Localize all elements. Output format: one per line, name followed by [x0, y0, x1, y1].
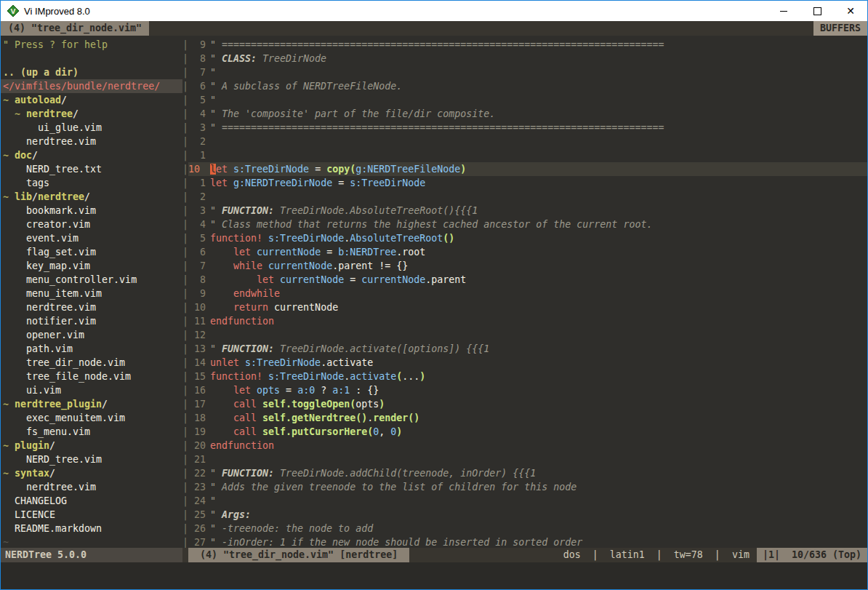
separator-bar: | [182, 522, 188, 535]
status-line: NERDTree 5.0.0 (4) "tree_dir_node.vim" [… [1, 548, 867, 562]
close-button[interactable]: ✕ [834, 1, 867, 21]
tree-item-10[interactable]: NERD_tree.txt [1, 162, 182, 176]
editor-line-32[interactable]: 22" FUNCTION: TreeDirNode.addChild(treen… [188, 466, 867, 480]
token [251, 247, 257, 258]
tree-item-9[interactable]: ~ doc/ [1, 148, 182, 162]
token: exec_menuitem.vim [26, 412, 125, 423]
editor-line-34[interactable]: 24" [188, 494, 867, 508]
editor-line-37[interactable]: 27" -inOrder: 1 if the new node should b… [188, 535, 867, 548]
tree-item-32[interactable]: ~ syntax/ [1, 466, 182, 480]
tree-item-26[interactable]: ui.vim [1, 383, 182, 397]
line-number: 25 [188, 508, 206, 522]
editor-line-4[interactable]: 6" A subclass of NERDTreeFileNode. [188, 79, 867, 93]
editor-line-7[interactable]: 3" =====================================… [188, 121, 867, 135]
token: .root [396, 247, 425, 258]
editor-line-20[interactable]: 10 return currentNode [188, 300, 867, 314]
token: event.vim [26, 233, 79, 244]
editor-line-9[interactable]: 1 [188, 148, 867, 162]
editor-line-15[interactable]: 5function! s:TreeDirNode.AbsoluteTreeRoo… [188, 231, 867, 245]
nerdtree-panel[interactable]: " Press ? for help.. (up a dir)</vimfile… [1, 36, 182, 548]
editor-line-21[interactable]: 11endfunction [188, 314, 867, 328]
editor-line-8[interactable]: 2 [188, 135, 867, 148]
editor-line-30[interactable]: 20endfunction [188, 439, 867, 453]
maximize-button[interactable] [800, 1, 834, 21]
tree-item-37[interactable]: ~ [1, 535, 182, 548]
token [239, 357, 245, 368]
token: ) [379, 399, 385, 410]
editor-line-22[interactable]: 12 [188, 328, 867, 342]
command-line[interactable] [1, 562, 867, 589]
tree-item-24[interactable]: tree_dir_node.vim [1, 356, 182, 370]
editor-line-26[interactable]: 16 let opts = a:0 ? a:1 : {} [188, 383, 867, 397]
tree-item-14[interactable]: creator.vim [1, 218, 182, 231]
tree-item-1[interactable]: " Press ? for help [1, 38, 182, 52]
window-separator[interactable]: ||||||||||||||||||||||||||||||||||||| [182, 36, 188, 548]
editor-line-27[interactable]: 17 call self.toggleOpen(opts) [188, 397, 867, 411]
editor-line-24[interactable]: 14unlet s:TreeDirNode.activate [188, 356, 867, 370]
tree-item-7[interactable]: ui_glue.vim [1, 121, 182, 135]
editor-line-29[interactable]: 19 call self.putCursorHere(0, 0) [188, 425, 867, 439]
tree-item-36[interactable]: README.markdown [1, 522, 182, 535]
editor-line-13[interactable]: 3" FUNCTION: TreeDirNode.AbsoluteTreeRoo… [188, 204, 867, 218]
tab-tree-dir-node[interactable]: (4) "tree_dir_node.vim" [1, 21, 149, 36]
separator-bar: | [182, 508, 188, 522]
editor-line-11[interactable]: 1let g:NERDTreeDirNode = s:TreeDirNode [188, 176, 867, 190]
tree-item-25[interactable]: tree_file_node.vim [1, 370, 182, 383]
tree-item-4[interactable]: </vimfiles/bundle/nerdtree/ [1, 79, 182, 93]
tree-item-22[interactable]: opener.vim [1, 328, 182, 342]
editor-line-2[interactable]: 8" CLASS: TreeDirNode [188, 52, 867, 65]
editor-line-33[interactable]: 23" Adds the given treenode to the list … [188, 480, 867, 494]
editor-line-18[interactable]: 8 let currentNode = currentNode.parent [188, 273, 867, 287]
tree-item-8[interactable]: nerdtree.vim [1, 135, 182, 148]
editor-line-5[interactable]: 5" [188, 93, 867, 107]
separator-bar: | [182, 411, 188, 425]
tree-item-16[interactable]: flag_set.vim [1, 245, 182, 259]
line-number: 12 [188, 328, 206, 342]
tree-item-27[interactable]: ~ nerdtree_plugin/ [1, 397, 182, 411]
editor-line-16[interactable]: 6 let currentNode = b:NERDTree.root [188, 245, 867, 259]
editor-line-19[interactable]: 9 endwhile [188, 287, 867, 300]
token: nerdtree.vim [26, 302, 96, 313]
editor-line-10[interactable]: 10let s:TreeDirNode = copy(g:NERDTreeFil… [188, 162, 867, 176]
token: TreeDirNode.AbsoluteTreeRoot(){{{1 [274, 205, 478, 216]
editor-line-3[interactable]: 7" [188, 65, 867, 79]
tree-item-28[interactable]: exec_menuitem.vim [1, 411, 182, 425]
code-editor-panel[interactable]: 9" =====================================… [188, 36, 867, 548]
minimize-button[interactable] [767, 1, 800, 21]
tree-item-17[interactable]: key_map.vim [1, 259, 182, 273]
tree-item-20[interactable]: nerdtree.vim [1, 300, 182, 314]
editor-line-36[interactable]: 26" -treenode: the node to add [188, 522, 867, 535]
tree-item-5[interactable]: ~ autoload/ [1, 93, 182, 107]
editor-line-17[interactable]: 7 while currentNode.parent != {} [188, 259, 867, 273]
editor-line-35[interactable]: 25" Args: [188, 508, 867, 522]
tree-item-34[interactable]: CHANGELOG [1, 494, 182, 508]
tree-item-2[interactable] [1, 52, 182, 65]
editor-line-6[interactable]: 4" The 'composite' part of the file/dir … [188, 107, 867, 121]
tree-item-29[interactable]: fs_menu.vim [1, 425, 182, 439]
tree-item-13[interactable]: bookmark.vim [1, 204, 182, 218]
editor-line-31[interactable]: 21 [188, 453, 867, 466]
tree-item-21[interactable]: notifier.vim [1, 314, 182, 328]
editor-line-25[interactable]: 15function! s:TreeDirNode.activate(...) [188, 370, 867, 383]
tree-item-31[interactable]: NERD_tree.vim [1, 453, 182, 466]
tree-item-33[interactable]: nerdtree.vim [1, 480, 182, 494]
tree-item-23[interactable]: path.vim [1, 342, 182, 356]
tree-item-15[interactable]: event.vim [1, 231, 182, 245]
token: " [210, 53, 222, 64]
tree-item-3[interactable]: .. (up a dir) [1, 65, 182, 79]
tree-item-18[interactable]: menu_controller.vim [1, 273, 182, 287]
tree-item-11[interactable]: tags [1, 176, 182, 190]
line-number: 16 [188, 383, 206, 397]
token [262, 371, 268, 382]
editor-line-1[interactable]: 9" =====================================… [188, 38, 867, 52]
separator-bar: | [182, 342, 188, 356]
tree-item-30[interactable]: ~ plugin/ [1, 439, 182, 453]
tree-item-19[interactable]: menu_item.vim [1, 287, 182, 300]
tree-item-12[interactable]: ~ lib/nerdtree/ [1, 190, 182, 204]
editor-line-12[interactable]: 2 [188, 190, 867, 204]
tree-item-35[interactable]: LICENCE [1, 508, 182, 522]
editor-line-23[interactable]: 13" FUNCTION: TreeDirNode.activate([opti… [188, 342, 867, 356]
editor-line-28[interactable]: 18 call self.getNerdtree().render() [188, 411, 867, 425]
tree-item-6[interactable]: ~ nerdtree/ [1, 107, 182, 121]
editor-line-14[interactable]: 4" Class method that returns the highest… [188, 218, 867, 231]
